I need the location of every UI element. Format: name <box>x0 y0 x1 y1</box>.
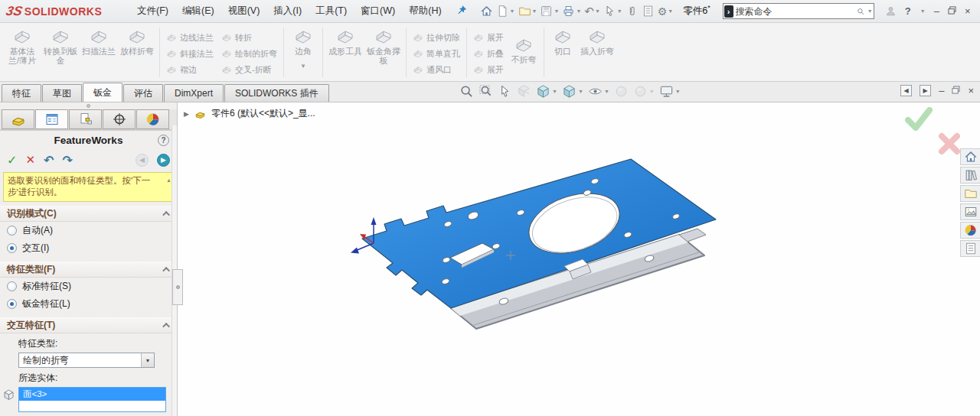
save-button[interactable]: ▼ <box>539 4 560 19</box>
chevron-down-icon[interactable]: ▼ <box>595 8 600 14</box>
zoom-to-fit-button[interactable] <box>459 84 474 99</box>
menu-tools[interactable]: 工具(T) <box>309 5 354 18</box>
radio-icon[interactable] <box>7 226 17 236</box>
display-style-button[interactable]: ▼ <box>562 84 583 99</box>
tab-sketch[interactable]: 草图 <box>42 84 82 102</box>
edit-appearance-button[interactable] <box>614 84 629 99</box>
group-header-recognition-mode[interactable]: 识别模式(C) <box>0 206 177 222</box>
ok-button[interactable]: ✓ <box>7 153 17 167</box>
feature-type-dropdown[interactable]: 绘制的折弯 ▼ <box>18 353 155 368</box>
zoom-to-area-button[interactable] <box>479 84 493 99</box>
custom-properties-button[interactable] <box>960 240 980 257</box>
menu-view[interactable]: 视图(V) <box>221 5 267 18</box>
panel-splitter-handle[interactable] <box>172 269 183 305</box>
tab-evaluate[interactable]: 评估 <box>123 84 163 102</box>
search-command-box[interactable]: › ▼ <box>723 3 874 19</box>
menu-insert[interactable]: 插入(I) <box>266 5 309 18</box>
previous-document-button[interactable]: ◀ <box>900 85 912 96</box>
file-properties-button[interactable] <box>641 4 655 19</box>
minimize-button[interactable]: – <box>934 6 939 16</box>
chevron-down-icon[interactable]: ▼ <box>668 8 673 14</box>
expand-arrow-icon[interactable]: ▶ <box>184 110 189 118</box>
chevron-down-icon[interactable]: ▼ <box>649 89 655 94</box>
back-button[interactable]: ◀ <box>136 154 149 167</box>
ribbon-button-lofted-bend[interactable]: 放样折弯 <box>118 25 156 56</box>
design-library-button[interactable] <box>960 167 980 184</box>
tab-feature-manager-tree[interactable] <box>2 109 34 129</box>
tab-dimxpert[interactable]: DimXpert <box>164 84 224 102</box>
confirm-ok-icon[interactable] <box>903 106 934 133</box>
solidworks-resources-button[interactable] <box>960 148 980 165</box>
graphics-area[interactable]: ▶ 零件6 (默认<<默认>_显... <box>178 102 980 416</box>
ribbon-button-edge-flange[interactable]: 边线法兰 <box>163 30 217 46</box>
tab-property-manager[interactable] <box>35 109 68 129</box>
select-button[interactable]: ▼ <box>603 4 623 19</box>
radio-sheet-metal-features[interactable]: 钣金特征(L) <box>0 295 177 313</box>
pin-menu-icon[interactable] <box>456 5 467 18</box>
redo-button[interactable]: ↷ <box>62 153 72 167</box>
group-header-interactive-features[interactable]: 交互特征(T) <box>0 317 177 333</box>
previous-view-button[interactable] <box>498 84 512 99</box>
ribbon-button-miter-flange[interactable]: 斜接法兰 <box>163 46 217 62</box>
close-button[interactable]: × <box>965 6 971 16</box>
ribbon-button-cross-break[interactable]: 交叉-折断 <box>218 62 280 78</box>
ribbon-button-rip[interactable]: 切口 <box>547 25 578 56</box>
section-view-button[interactable] <box>517 84 531 99</box>
undo-button[interactable]: ↶▼ <box>583 4 601 19</box>
radio-interactive[interactable]: 交互(I) <box>0 239 177 257</box>
ribbon-button-vent[interactable]: 通风口 <box>410 62 463 78</box>
view-orientation-button[interactable]: ▼ <box>536 84 557 99</box>
ribbon-button-forming-tool[interactable]: 成形工具 <box>326 25 364 56</box>
ribbon-button-sheet-metal-gusset[interactable]: 钣金角撑板 <box>364 25 403 65</box>
menu-edit[interactable]: 编辑(E) <box>175 5 221 18</box>
radio-standard-features[interactable]: 标准特征(S) <box>0 278 177 295</box>
search-input[interactable] <box>736 6 854 17</box>
chevron-down-icon[interactable]: ▼ <box>867 8 873 14</box>
ribbon-button-simple-hole[interactable]: 简单直孔 <box>410 46 463 62</box>
next-step-button[interactable]: ▶ <box>157 154 170 167</box>
view-settings-button[interactable]: ▼ <box>659 84 681 99</box>
apply-scene-button[interactable]: ▼ <box>633 84 655 99</box>
selected-entities-listbox[interactable]: 面<3> <box>18 387 166 412</box>
options-button[interactable]: ⚙▼ <box>657 4 675 19</box>
radio-selected-icon[interactable] <box>7 299 17 309</box>
undo-button[interactable]: ↶ <box>44 153 54 167</box>
next-document-button[interactable]: ▶ <box>920 85 931 96</box>
open-button[interactable]: ▼ <box>518 4 538 19</box>
sheet-metal-part-model[interactable] <box>329 138 743 348</box>
print-button[interactable]: ▼ <box>561 4 582 19</box>
tab-sheet-metal[interactable]: 钣金 <box>83 83 122 102</box>
tab-solidworks-addins[interactable]: SOLIDWORKS 插件 <box>224 84 329 102</box>
ribbon-button-unfold[interactable]: 展开 <box>470 30 507 46</box>
confirm-cancel-icon[interactable] <box>937 132 962 156</box>
ribbon-button-flatten[interactable]: 展开 <box>470 62 507 78</box>
chevron-down-icon[interactable]: ▼ <box>604 89 609 94</box>
chevron-down-icon[interactable]: ▼ <box>532 8 537 14</box>
tab-dimxpert-manager[interactable] <box>103 109 136 129</box>
ribbon-button-extruded-cut[interactable]: 拉伸切除 <box>410 30 463 46</box>
search-scope-icon[interactable]: › <box>724 5 733 18</box>
group-header-feature-types[interactable]: 特征类型(F) <box>0 262 177 278</box>
dropdown-arrow-icon[interactable]: ▼ <box>141 353 154 367</box>
new-document-button[interactable]: ▼ <box>495 4 516 19</box>
panel-resize-grip[interactable] <box>0 102 177 109</box>
appearances-button[interactable] <box>960 222 980 239</box>
menu-file[interactable]: 文件(F) <box>130 5 175 18</box>
file-explorer-button[interactable] <box>960 185 980 202</box>
collapse-chevron-icon[interactable] <box>162 211 170 219</box>
ribbon-button-sketched-bend[interactable]: 绘制的折弯 <box>218 46 280 62</box>
flyout-feature-tree[interactable]: ▶ 零件6 (默认<<默认>_显... <box>184 107 315 120</box>
help-icon[interactable]: ? <box>158 135 169 146</box>
tab-features[interactable]: 特征 <box>2 84 41 102</box>
home-button[interactable] <box>479 4 494 19</box>
chevron-down-icon[interactable]: ▼ <box>576 8 581 14</box>
attachment-icon[interactable] <box>625 4 639 19</box>
chevron-down-icon[interactable]: ▼ <box>510 8 515 14</box>
ribbon-button-insert-bends[interactable]: 插入折弯 <box>578 25 616 56</box>
ribbon-button-swept-flange[interactable]: 扫描法兰 <box>80 25 118 56</box>
menu-window[interactable]: 窗口(W) <box>354 5 402 18</box>
ribbon-button-no-bends[interactable]: 不折弯 <box>507 25 541 80</box>
scroll-up-icon[interactable]: ▲ <box>166 174 172 186</box>
collapse-chevron-icon[interactable] <box>162 267 170 275</box>
radio-automatic[interactable]: 自动(A) <box>0 222 177 239</box>
